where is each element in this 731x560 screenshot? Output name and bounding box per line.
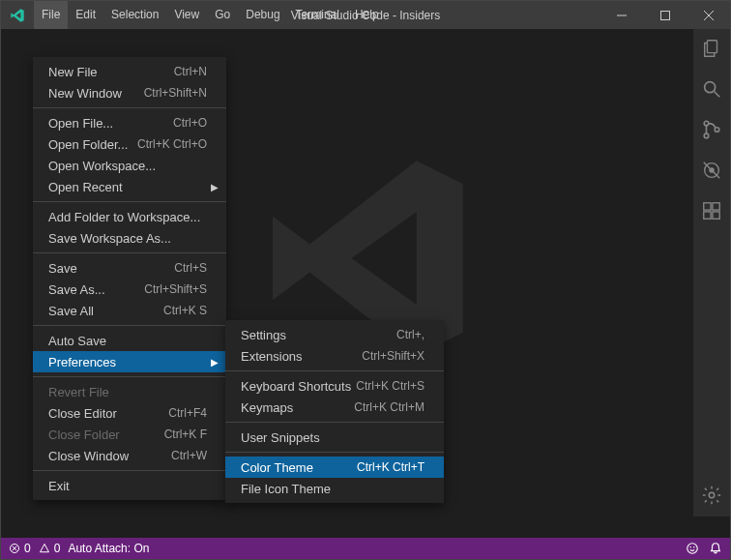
menu-item-label: Open Folder...	[48, 137, 128, 152]
status-auto-attach[interactable]: Auto Attach: On	[68, 542, 149, 555]
debug-alt-icon[interactable]	[700, 159, 723, 182]
file-menu-separator	[33, 376, 226, 377]
menu-item-label: Close Window	[48, 449, 129, 463]
menu-item-label: Color Theme	[241, 460, 313, 475]
minimize-button[interactable]	[599, 1, 643, 29]
file-menu-separator	[33, 252, 226, 253]
file-menu-item[interactable]: Preferences▶	[33, 351, 226, 372]
svg-rect-16	[713, 203, 719, 210]
menu-item-shortcut: Ctrl+K Ctrl+T	[357, 460, 424, 474]
file-menu-item[interactable]: New WindowCtrl+Shift+N	[33, 82, 226, 103]
menu-help[interactable]: Help	[347, 1, 387, 29]
titlebar: File Edit Selection View Go Debug Termin…	[1, 1, 730, 29]
svg-point-5	[705, 82, 716, 93]
prefs-menu-item[interactable]: ExtensionsCtrl+Shift+X	[225, 345, 444, 367]
menu-item-label: Save All	[48, 304, 94, 318]
error-icon	[9, 543, 20, 554]
file-menu-item[interactable]: SaveCtrl+S	[33, 257, 226, 279]
feedback-icon[interactable]	[686, 542, 699, 555]
file-menu-item[interactable]: New FileCtrl+N	[33, 61, 226, 82]
menu-go[interactable]: Go	[207, 1, 238, 29]
svg-point-17	[709, 492, 715, 498]
gear-icon[interactable]	[700, 484, 723, 507]
prefs-menu-item[interactable]: File Icon Theme	[225, 478, 444, 499]
menu-item-shortcut: Ctrl+Shift+N	[144, 86, 207, 100]
status-errors[interactable]: 0	[9, 542, 31, 555]
menu-item-shortcut: Ctrl+K S	[163, 304, 207, 317]
file-menu-separator	[33, 325, 226, 326]
menu-item-label: Preferences	[48, 355, 116, 369]
file-menu-item[interactable]: Add Folder to Workspace...	[33, 206, 226, 227]
vscode-insiders-icon	[1, 8, 34, 23]
files-icon[interactable]	[700, 37, 723, 60]
prefs-menu-separator	[225, 452, 444, 453]
menu-item-label: Extensions	[241, 349, 303, 364]
menu-item-shortcut: Ctrl+,	[396, 328, 424, 341]
prefs-menu-item[interactable]: User Snippets	[225, 427, 444, 448]
menu-item-shortcut: Ctrl+K Ctrl+O	[137, 137, 207, 151]
menu-view[interactable]: View	[166, 1, 207, 29]
menu-item-label: Exit	[48, 479, 70, 493]
file-menu-item[interactable]: Save As...Ctrl+Shift+S	[33, 279, 226, 300]
file-menu-separator	[33, 107, 226, 108]
app-window: File Edit Selection View Go Debug Termin…	[0, 0, 731, 560]
file-menu-item[interactable]: Exit	[33, 475, 226, 496]
file-menu-item[interactable]: Open File...Ctrl+O	[33, 112, 226, 133]
menu-item-label: Open Recent	[48, 180, 123, 194]
menu-item-label: File Icon Theme	[241, 482, 331, 496]
file-menu-item[interactable]: Open Folder...Ctrl+K Ctrl+O	[33, 133, 226, 155]
file-menu-item[interactable]: Auto Save	[33, 330, 226, 351]
svg-point-23	[693, 546, 695, 548]
menu-item-label: Save As...	[48, 282, 105, 297]
menu-item-shortcut: Ctrl+K Ctrl+S	[356, 379, 424, 393]
menu-terminal[interactable]: Terminal	[288, 1, 347, 29]
prefs-menu-separator	[225, 370, 444, 371]
status-warnings[interactable]: 0	[39, 542, 61, 555]
menu-selection[interactable]: Selection	[103, 1, 166, 29]
prefs-menu-item[interactable]: Keyboard ShortcutsCtrl+K Ctrl+S	[225, 375, 444, 397]
menu-edit[interactable]: Edit	[68, 1, 103, 29]
menu-item-shortcut: Ctrl+Shift+X	[362, 349, 424, 363]
menu-item-label: Keymaps	[241, 400, 293, 415]
menu-item-shortcut: Ctrl+Shift+S	[144, 282, 207, 296]
activity-bar	[693, 29, 730, 516]
menu-file[interactable]: File	[34, 1, 68, 29]
svg-rect-15	[713, 212, 719, 219]
chevron-right-icon: ▶	[211, 357, 219, 368]
file-menu-item[interactable]: Close WindowCtrl+W	[33, 445, 226, 466]
prefs-menu-item[interactable]: SettingsCtrl+,	[225, 324, 444, 345]
close-button[interactable]	[687, 1, 730, 29]
source-control-icon[interactable]	[700, 118, 723, 141]
file-menu-dropdown: New FileCtrl+NNew WindowCtrl+Shift+NOpen…	[33, 57, 226, 500]
menu-item-label: Close Folder	[48, 427, 120, 442]
window-controls	[599, 1, 730, 29]
file-menu-item[interactable]: Close EditorCtrl+F4	[33, 402, 226, 424]
menu-item-label: Settings	[241, 328, 286, 342]
preferences-submenu: SettingsCtrl+,ExtensionsCtrl+Shift+XKeyb…	[225, 320, 444, 503]
svg-rect-1	[660, 11, 669, 19]
prefs-menu-item[interactable]: Color ThemeCtrl+K Ctrl+T	[225, 457, 444, 478]
menu-debug[interactable]: Debug	[238, 1, 287, 29]
file-menu-item: Revert File	[33, 381, 226, 402]
menu-item-shortcut: Ctrl+F4	[168, 406, 207, 420]
svg-point-22	[689, 546, 691, 548]
file-menu-separator	[33, 201, 226, 202]
extensions-icon[interactable]	[700, 199, 723, 222]
menu-item-shortcut: Ctrl+O	[173, 116, 207, 130]
file-menu-item[interactable]: Save AllCtrl+K S	[33, 300, 226, 321]
status-warnings-count: 0	[54, 542, 61, 555]
svg-point-9	[715, 128, 719, 133]
file-menu-item[interactable]: Open Workspace...	[33, 155, 226, 176]
notifications-icon[interactable]	[709, 542, 722, 555]
prefs-menu-item[interactable]: KeymapsCtrl+K Ctrl+M	[225, 397, 444, 418]
maximize-button[interactable]	[643, 1, 687, 29]
file-menu-item[interactable]: Save Workspace As...	[33, 227, 226, 249]
file-menu-item[interactable]: Open Recent▶	[33, 176, 226, 197]
svg-rect-14	[704, 212, 711, 219]
svg-point-8	[704, 133, 709, 138]
warning-icon	[39, 543, 50, 554]
search-icon[interactable]	[700, 77, 723, 101]
menu-item-shortcut: Ctrl+K F	[164, 427, 207, 441]
menu-item-label: Open File...	[48, 116, 113, 131]
svg-rect-4	[707, 41, 716, 53]
